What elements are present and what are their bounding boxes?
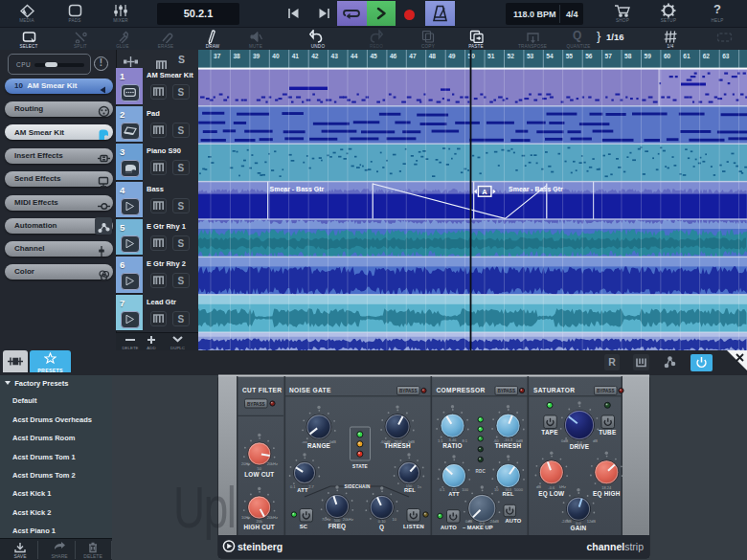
svg-text:COMPRESSOR: COMPRESSOR (437, 387, 486, 393)
svg-text:54: 54 (546, 53, 554, 59)
svg-text:63: 63 (722, 53, 730, 59)
svg-text:53: 53 (527, 53, 534, 59)
svg-text:SC: SC (300, 524, 308, 529)
svg-text:-24dB: -24dB (561, 519, 572, 524)
svg-text:HIGH CUT: HIGH CUT (243, 524, 275, 530)
svg-text:40: 40 (272, 53, 280, 59)
svg-text:THRESH: THRESH (384, 442, 411, 449)
svg-text:20kHz: 20kHz (267, 515, 278, 520)
svg-text:channelstrip: channelstrip (586, 541, 644, 552)
svg-text:FREQ: FREQ (328, 523, 347, 530)
svg-text:BYPASS: BYPASS (497, 389, 515, 393)
svg-text:ATT: ATT (297, 487, 308, 493)
svg-text:Q: Q (379, 524, 384, 531)
svg-text:10Hz: 10Hz (241, 515, 250, 520)
svg-text:BYPASS: BYPASS (247, 402, 265, 407)
svg-text:0dB: 0dB (561, 438, 568, 443)
svg-text:38: 38 (233, 53, 240, 59)
svg-text:GAIN: GAIN (571, 525, 587, 531)
svg-text:steinberg: steinberg (238, 541, 283, 552)
svg-text:10: 10 (494, 487, 499, 492)
svg-text:58: 58 (624, 53, 632, 59)
svg-text:70Hz: 70Hz (322, 517, 330, 522)
svg-text:RDC: RDC (475, 469, 486, 474)
svg-text:50: 50 (468, 53, 476, 59)
svg-text:DRIVE: DRIVE (570, 443, 590, 450)
svg-text:NOISE GATE: NOISE GATE (289, 387, 331, 393)
svg-text:EQ HIGH: EQ HIGH (593, 490, 621, 498)
svg-text:RANGE: RANGE (307, 442, 331, 449)
svg-text:52: 52 (508, 53, 515, 59)
svg-text:THRESH: THRESH (495, 442, 522, 449)
svg-text:Smear - Bass Gtr: Smear - Bass Gtr (270, 186, 325, 192)
svg-text:RATIO: RATIO (442, 442, 462, 449)
svg-text:SIDECHAIN: SIDECHAIN (344, 484, 371, 489)
svg-text:SAVE: SAVE (14, 553, 28, 559)
svg-text:5000: 5000 (514, 487, 524, 492)
svg-text:EQ LOW: EQ LOW (538, 490, 565, 498)
svg-text:0.1: 0.1 (440, 487, 445, 492)
svg-text:41: 41 (292, 53, 300, 59)
svg-text:LOW CUT: LOW CUT (244, 471, 274, 478)
svg-text:– MAKE UP: – MAKE UP (463, 525, 493, 530)
svg-text:2.7: 2.7 (308, 484, 314, 489)
svg-text:47: 47 (409, 53, 417, 59)
svg-text:42: 42 (311, 53, 319, 59)
svg-text:TUBE: TUBE (599, 429, 617, 436)
svg-text:48: 48 (429, 53, 437, 59)
svg-text:45: 45 (370, 53, 377, 59)
svg-text:62: 62 (703, 53, 711, 59)
svg-text:kHz: kHz (559, 484, 566, 489)
svg-text:49: 49 (448, 53, 456, 59)
svg-text:57: 57 (605, 53, 613, 59)
svg-text:51: 51 (487, 53, 495, 59)
svg-text:dB: dB (593, 438, 598, 443)
svg-text:56: 56 (585, 53, 593, 59)
svg-text:CUT FILTER: CUT FILTER (242, 387, 282, 393)
svg-text:20kHz: 20kHz (343, 517, 353, 522)
svg-text:TAPE: TAPE (541, 429, 558, 436)
svg-text:SHARE: SHARE (51, 553, 68, 559)
svg-text:55: 55 (566, 53, 574, 59)
svg-text:61: 61 (683, 53, 690, 59)
svg-text:DELETE: DELETE (83, 553, 102, 559)
svg-text:LISTEN: LISTEN (403, 524, 424, 529)
svg-text:100: 100 (462, 487, 468, 492)
svg-text:59: 59 (645, 53, 652, 59)
svg-text:dB: dB (536, 484, 541, 489)
svg-text:20kHz: 20kHz (267, 461, 278, 466)
svg-text:ATT: ATT (448, 491, 460, 497)
svg-text:39: 39 (253, 53, 260, 59)
svg-text:46: 46 (390, 53, 397, 59)
svg-text:24dB: 24dB (490, 519, 500, 524)
svg-text:1s: 1s (418, 484, 421, 489)
svg-text:AUTO: AUTO (441, 525, 457, 530)
svg-text:BYPASS: BYPASS (597, 389, 615, 393)
svg-text:10: 10 (393, 517, 397, 522)
svg-text:REL: REL (404, 487, 416, 493)
svg-text:0.1: 0.1 (290, 484, 296, 489)
svg-text:37: 37 (214, 53, 221, 59)
svg-text:12dB: 12dB (587, 519, 597, 524)
svg-text:44: 44 (351, 53, 358, 59)
svg-text:SATURATOR: SATURATOR (533, 387, 575, 393)
svg-text:AUTO: AUTO (505, 518, 521, 524)
svg-text:20Hz: 20Hz (241, 461, 250, 466)
svg-text:60: 60 (664, 53, 671, 59)
svg-text:BYPASS: BYPASS (399, 389, 418, 393)
svg-text:0dB: 0dB (465, 519, 472, 524)
svg-text:43: 43 (331, 53, 339, 59)
svg-text:Smear - Bass Gtr: Smear - Bass Gtr (509, 186, 563, 192)
svg-text:8:1: 8:1 (462, 438, 467, 443)
svg-text:REL: REL (503, 491, 514, 497)
svg-text:STATE: STATE (352, 464, 369, 469)
